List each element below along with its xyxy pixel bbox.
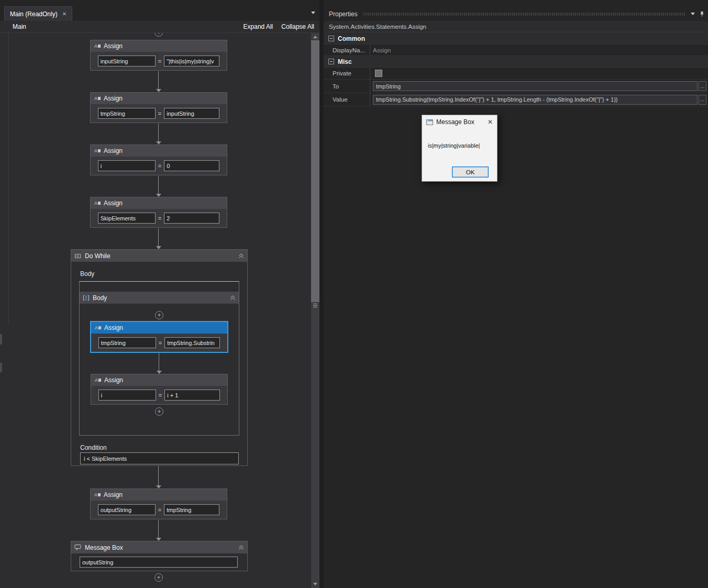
condition-textbox[interactable]: i < SkipElements (80, 452, 239, 464)
canvas-scrollbar[interactable] (311, 33, 319, 588)
equals-sign: = (158, 215, 161, 221)
activity-assign-i-init[interactable]: A Assign i = 0 (90, 145, 227, 175)
window-options-dropdown-icon[interactable] (691, 13, 695, 15)
sequence-header[interactable]: Body (80, 292, 239, 304)
to-browse-button[interactable]: ... (699, 81, 706, 91)
displayname-value[interactable]: Assign (370, 47, 708, 53)
add-activity-button[interactable]: + (155, 311, 163, 319)
activity-assign-tmpstring[interactable]: A Assign tmpString = inputString (90, 92, 227, 123)
private-checkbox[interactable] (375, 70, 382, 77)
assign-to-textbox[interactable]: i (98, 390, 156, 401)
category-misc[interactable]: Misc (324, 56, 708, 68)
tab-list-dropdown-icon[interactable] (311, 12, 315, 14)
breadcrumb[interactable]: Main (13, 23, 26, 30)
property-row-to: To tmpString ... (324, 80, 708, 93)
equals-sign: = (158, 58, 161, 64)
flow-arrow (156, 176, 161, 197)
flow-arrow (156, 466, 161, 489)
property-row-value: Value tmpString.Substring(tmpString.Inde… (324, 93, 708, 106)
value-browse-button[interactable]: ... (699, 95, 706, 105)
sequence-title: Body (93, 294, 107, 302)
activity-assign-skipelements[interactable]: A Assign SkipElements = 2 (90, 197, 227, 228)
message-box-title: Message Box (85, 544, 123, 551)
dialog-title: Message Box (436, 118, 474, 126)
flow-arrow (156, 228, 161, 249)
collapse-chevron-icon[interactable] (238, 253, 244, 259)
activity-assign-substring-selected[interactable]: A Assign tmpString = tmpString.Substrin (91, 321, 228, 352)
splitter-grip-icon[interactable] (313, 304, 317, 307)
assign-activity-body: tmpString = inputString (91, 104, 227, 123)
flow-arrow (156, 124, 161, 145)
tab-close-icon[interactable]: ✕ (62, 11, 67, 17)
activity-assign-i-increment[interactable]: A Assign i = i + 1 (91, 374, 228, 405)
assign-activity-header[interactable]: A Assign (91, 489, 227, 501)
assign-activity-title: Assign (104, 324, 123, 331)
canvas-gutter-line (8, 33, 9, 324)
properties-title-bar[interactable]: Properties (324, 8, 708, 19)
assign-value-textbox[interactable]: tmpString.Substrin (164, 337, 220, 348)
collapse-box-icon[interactable] (328, 59, 334, 64)
collapse-all-link[interactable]: Collapse All (281, 23, 314, 30)
scroll-down-icon[interactable] (313, 583, 317, 585)
assign-activity-header[interactable]: A Assign (91, 145, 227, 157)
assign-activity-header[interactable]: A Assign (91, 374, 227, 386)
ok-button[interactable]: OK (452, 167, 489, 177)
assign-activity-title: Assign (104, 199, 123, 207)
assign-activity-header[interactable]: A Assign (91, 40, 227, 52)
category-common[interactable]: Common (324, 33, 708, 45)
assign-to-textbox[interactable]: tmpString (98, 108, 156, 119)
message-box-icon (74, 544, 82, 551)
add-activity-button[interactable]: + (154, 573, 163, 582)
activity-assign-outputstring[interactable]: A Assign outputString = tmpString (90, 489, 227, 519)
dialog-close-icon[interactable]: ✕ (488, 118, 493, 126)
activity-do-while[interactable]: Do While Body Body (71, 249, 248, 466)
collapse-chevron-icon[interactable] (230, 295, 236, 301)
scroll-up-icon[interactable] (313, 36, 317, 38)
selected-type-name: System.Activities.Statements.Assign (324, 21, 708, 32)
assign-activity-header[interactable]: A Assign (91, 93, 227, 104)
assign-value-textbox[interactable]: i + 1 (164, 390, 220, 401)
properties-pane: Properties System.Activities.Statements.… (319, 0, 708, 588)
assign-activity-title: Assign (104, 376, 123, 384)
assign-icon: A (94, 149, 101, 153)
assign-icon: A (94, 44, 101, 49)
dialog-title-bar[interactable]: Message Box ✕ (422, 115, 497, 129)
assign-value-textbox[interactable]: 2 (164, 213, 219, 224)
assign-value-textbox[interactable]: inputString (164, 108, 219, 119)
add-activity-button[interactable]: + (155, 407, 163, 416)
assign-to-textbox[interactable]: outputString (98, 504, 156, 515)
assign-to-textbox[interactable]: tmpString (98, 337, 156, 348)
dialog-message: is|my|string|variable| (428, 142, 480, 149)
message-box-header[interactable]: Message Box (71, 541, 247, 553)
designer-pane: Main (ReadOnly) ✕ Main Expand All Collap… (0, 0, 319, 588)
expand-all-link[interactable]: Expand All (244, 23, 273, 30)
tab-main-readonly[interactable]: Main (ReadOnly) ✕ (4, 6, 72, 21)
autohide-tab-marker[interactable] (0, 363, 2, 372)
activity-assign-inputstring[interactable]: A Assign inputString = "|this|is|my|stri… (90, 40, 227, 71)
collapse-box-icon[interactable] (328, 36, 334, 41)
assign-activity-title: Assign (104, 491, 123, 498)
sequence-body[interactable]: Body + A Assign tmpString (79, 281, 239, 436)
to-value-textbox[interactable]: tmpString (373, 81, 698, 91)
plus-icon: + (157, 33, 160, 36)
assign-to-textbox[interactable]: i (98, 160, 156, 171)
do-while-header[interactable]: Do While (71, 250, 247, 262)
autohide-tab-marker[interactable] (0, 334, 2, 345)
tab-title: Main (ReadOnly) (10, 10, 58, 18)
assign-value-textbox[interactable]: tmpString (164, 504, 219, 515)
scrollbar-thumb[interactable] (311, 40, 319, 302)
assign-activity-header[interactable]: A Assign (91, 197, 227, 209)
assign-to-textbox[interactable]: SkipElements (98, 213, 156, 224)
assign-activity-header[interactable]: A Assign (91, 322, 227, 334)
category-label: Common (338, 35, 365, 42)
add-activity-button[interactable]: + (154, 33, 163, 37)
collapse-chevron-icon[interactable] (238, 545, 244, 550)
pin-icon[interactable] (699, 11, 705, 17)
assign-value-textbox[interactable]: "|this|is|my|string|v (164, 56, 219, 66)
activity-message-box[interactable]: Message Box outputString (71, 541, 248, 571)
workflow-canvas[interactable]: + A Assign inputString = "|this|is|my|st… (0, 33, 311, 588)
value-expression-textbox[interactable]: tmpString.Substring(tmpString.IndexOf("|… (373, 95, 698, 105)
message-box-textbox[interactable]: outputString (80, 557, 238, 568)
assign-to-textbox[interactable]: inputString (98, 56, 156, 66)
assign-value-textbox[interactable]: 0 (164, 160, 219, 171)
